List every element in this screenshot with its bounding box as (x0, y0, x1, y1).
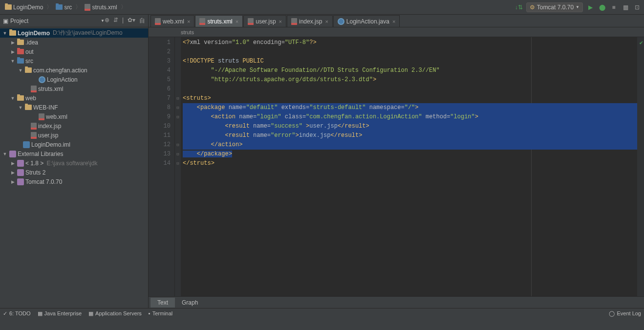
close-icon[interactable]: × (325, 19, 328, 24)
tree-item[interactable]: ▶out (0, 47, 148, 56)
tree-item[interactable]: ▼WEB-INF (0, 103, 148, 112)
tree-item[interactable]: ▼web (0, 93, 148, 103)
breadcrumb-file[interactable]: struts.xml (82, 3, 119, 12)
chevron-down-icon: ▼ (101, 19, 105, 23)
tree-item[interactable]: ▶< 1.8 >E:\java software\jdk (0, 158, 148, 168)
toolbar-controls: ↓⇅ ⚙ Tomcat 7.0.70 ▼ ▶ ⬤ ■ ▦ ⊡ (515, 2, 642, 12)
class-icon (338, 18, 344, 25)
folder-icon (17, 49, 24, 54)
tree-item[interactable]: LoginAction (0, 75, 148, 84)
hide-icon[interactable]: ⾃ (139, 17, 145, 25)
divider: | (122, 17, 124, 25)
library-icon (17, 160, 24, 167)
target-icon[interactable]: ⊕ (105, 17, 109, 25)
xml-file-icon (155, 18, 161, 25)
jsp-file-icon (248, 18, 254, 25)
tree-item[interactable]: LoginDemo.iml (0, 140, 148, 149)
folder-icon (17, 40, 24, 45)
make-icon[interactable]: ↓⇅ (515, 3, 523, 12)
status-bar: ✓6: TODO ▦Java Enterprise ▦Application S… (0, 308, 644, 318)
error-stripe[interactable]: ✔ (637, 37, 644, 296)
run-config-selector[interactable]: ⚙ Tomcat 7.0.70 ▼ (526, 2, 583, 12)
folder-icon (9, 30, 16, 36)
tree-item[interactable]: ▼com.chengfan.action (0, 66, 148, 75)
tree-item[interactable]: ▶Tomcat 7.0.70 (0, 177, 148, 186)
debug-button[interactable]: ⬤ (598, 3, 606, 12)
collapse-icon[interactable]: ⇵ (113, 17, 118, 25)
jsp-file-icon (291, 18, 297, 25)
chevron-right-icon: 〉 (75, 3, 81, 11)
project-tree[interactable]: ▼LoginDemoD:\作业\javaee\LoginDemo ▶.idea … (0, 27, 148, 187)
status-event-log[interactable]: ◯Event Log (609, 310, 641, 317)
status-java-enterprise[interactable]: ▦Java Enterprise (38, 310, 82, 317)
code-editor[interactable]: 12 34 56 78 910 1112 1314 ⊟⊟ ⊟⊟ ⊟⊟ <?xml… (149, 37, 644, 296)
folder-icon (17, 58, 24, 64)
tree-item[interactable]: ▶Struts 2 (0, 168, 148, 177)
tree-item[interactable]: ▼External Libraries (0, 149, 148, 158)
tomcat-icon: ⚙ (530, 4, 535, 11)
chevron-right-icon: 〉 (46, 3, 52, 11)
tree-item[interactable]: user.jsp (0, 131, 148, 140)
folder-icon (25, 105, 32, 110)
tab-graph[interactable]: Graph (175, 298, 205, 308)
tree-item[interactable]: ▶.idea (0, 38, 148, 47)
project-icon: ▣ (3, 18, 8, 24)
fold-gutter[interactable]: ⊟⊟ ⊟⊟ ⊟⊟ (175, 37, 181, 296)
library-icon (17, 178, 24, 185)
chevron-right-icon: 〉 (121, 3, 127, 11)
tree-item[interactable]: struts.xml (0, 84, 148, 93)
jsp-file-icon (31, 123, 37, 130)
editor-breadcrumb[interactable]: struts (149, 27, 644, 37)
tab-web-xml[interactable]: web.xml× (150, 15, 194, 27)
check-icon: ✔ (640, 39, 643, 46)
breadcrumb-project[interactable]: LoginDemo (2, 3, 45, 12)
sidebar-tools: ⊕ ⇵ | ✿▾ ⾃ (105, 17, 145, 25)
search-icon[interactable]: ⊡ (633, 3, 642, 12)
gear-icon[interactable]: ✿▾ (128, 17, 135, 25)
tree-item[interactable]: index.jsp (0, 121, 148, 131)
status-app-servers[interactable]: ▦Application Servers (88, 310, 142, 317)
tab-user-jsp[interactable]: user.jsp× (243, 15, 286, 27)
tab-struts-xml[interactable]: struts.xml× (195, 15, 243, 27)
xml-file-icon (39, 113, 44, 120)
xml-file-icon (85, 4, 90, 11)
line-gutter: 12 34 56 78 910 1112 1314 (149, 37, 175, 296)
xml-file-icon (199, 18, 205, 25)
tree-item[interactable]: web.xml (0, 112, 148, 121)
tab-text[interactable]: Text (150, 298, 175, 308)
editor-tabs: web.xml× struts.xml× user.jsp× index.jsp… (149, 15, 644, 27)
chevron-down-icon: ▼ (576, 5, 580, 9)
folder-icon (5, 4, 12, 10)
tree-root[interactable]: ▼LoginDemoD:\作业\javaee\LoginDemo (0, 28, 148, 38)
code-content[interactable]: <?xml version="1.0" encoding="UTF-8"?> <… (181, 37, 644, 296)
iml-file-icon (23, 141, 30, 148)
sidebar-title[interactable]: ▣ Project ▼ (3, 18, 105, 24)
editor-bottom-tabs: Text Graph (149, 296, 644, 308)
library-icon (17, 169, 24, 176)
status-todo[interactable]: ✓6: TODO (3, 310, 31, 317)
tab-login-action[interactable]: LoginAction.java× (333, 15, 400, 27)
bubble-icon: ◯ (609, 310, 615, 317)
close-icon[interactable]: × (187, 19, 190, 24)
close-icon[interactable]: × (392, 19, 395, 24)
server-icon: ▦ (88, 310, 93, 317)
tab-index-jsp[interactable]: index.jsp× (287, 15, 333, 27)
project-sidebar: ▣ Project ▼ ⊕ ⇵ | ✿▾ ⾃ ▼LoginDemoD:\作业\j… (0, 15, 149, 308)
package-icon (25, 67, 32, 73)
folder-icon (56, 4, 63, 10)
tree-item[interactable]: ▼src (0, 56, 148, 66)
j2ee-icon: ▦ (38, 310, 43, 317)
xml-file-icon (31, 86, 37, 92)
breadcrumb: LoginDemo 〉 src 〉 struts.xml 〉 (2, 3, 515, 12)
breadcrumb-folder[interactable]: src (53, 3, 74, 12)
close-icon[interactable]: × (279, 19, 282, 24)
class-icon (39, 76, 45, 83)
close-icon[interactable]: × (236, 19, 238, 24)
library-icon (9, 151, 16, 157)
status-terminal[interactable]: ▪Terminal (149, 310, 172, 317)
navigation-bar: LoginDemo 〉 src 〉 struts.xml 〉 ↓⇅ ⚙ Tomc… (0, 0, 644, 15)
layout-icon[interactable]: ▦ (621, 3, 630, 12)
run-button[interactable]: ▶ (586, 3, 595, 12)
folder-icon (17, 95, 24, 101)
stop-button[interactable]: ■ (609, 3, 618, 12)
